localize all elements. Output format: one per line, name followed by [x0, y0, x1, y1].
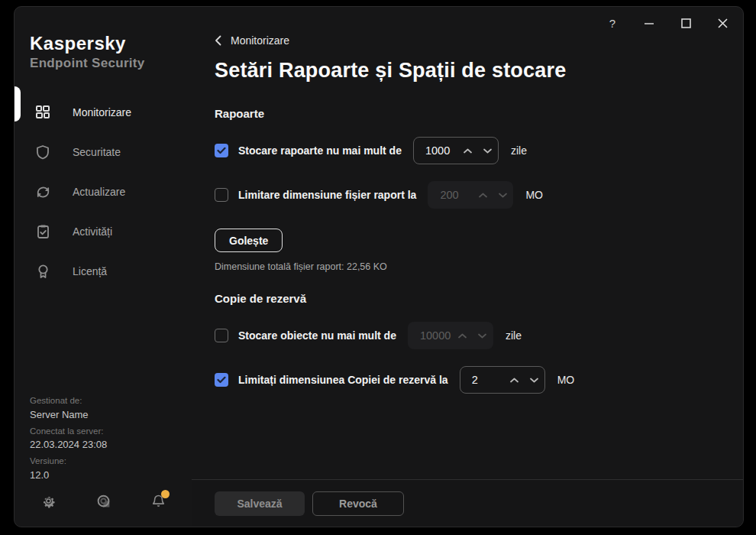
save-button[interactable]: Salvează: [215, 491, 305, 516]
spinner-backup-size: 2: [460, 366, 545, 394]
connected-value: 22.03.2024 23:08: [30, 439, 107, 449]
maximize-icon: [681, 18, 691, 28]
close-icon: [718, 18, 728, 28]
support-icon[interactable]: [95, 493, 112, 510]
managed-by-value: Server Name: [30, 410, 107, 420]
gear-icon[interactable]: [40, 493, 57, 510]
version-label: Versiune:: [30, 457, 107, 466]
spinner-up-button[interactable]: [505, 367, 525, 393]
spinner-report-days: 1000: [413, 137, 499, 164]
unit-label: zile: [511, 144, 527, 157]
grid-icon: [34, 104, 51, 121]
sidebar-nav: Monitorizare Securitate Actualizare Acti…: [15, 92, 192, 291]
sidebar-tools: [40, 493, 167, 510]
sidebar-item-actualizare[interactable]: Actualizare: [15, 172, 192, 212]
spinner-down-button: [493, 182, 512, 208]
spinner-backup-days: 10000: [408, 322, 493, 349]
setting-row-store-objects: Stocare obiecte nu mai mult de 10000 zil…: [215, 322, 720, 349]
spinner-up-button[interactable]: [458, 138, 478, 164]
checkbox-limit-backup-size[interactable]: [215, 373, 228, 387]
breadcrumb-label: Monitorizare: [231, 34, 289, 47]
section-heading-backup: Copie de rezervă: [215, 292, 720, 305]
spinner-value: 200: [428, 189, 473, 201]
main-content: Monitorizare Setări Rapoarte și Spații d…: [192, 7, 743, 527]
notification-dot: [161, 490, 170, 498]
spinner-value[interactable]: 1000: [414, 144, 458, 157]
checkbox-store-objects[interactable]: [215, 329, 228, 342]
spinner-up-button: [473, 182, 493, 208]
bell-icon[interactable]: [150, 493, 167, 510]
active-nav-indicator: [15, 86, 21, 122]
setting-label: Stocare obiecte nu mai mult de: [238, 329, 396, 342]
spinner-up-button: [453, 323, 473, 349]
sidebar-item-securitate[interactable]: Securitate: [15, 132, 192, 172]
brand: Kaspersky Endpoint Security: [15, 7, 192, 71]
setting-row-limit-backup-size: Limitați dimensiunea Copiei de rezervă l…: [215, 366, 720, 394]
unit-label: zile: [506, 329, 522, 342]
sidebar-item-label: Monitorizare: [73, 106, 131, 118]
unit-label: MO: [525, 189, 543, 201]
connected-label: Conectat la server:: [30, 427, 107, 436]
spinner-value[interactable]: 2: [460, 374, 505, 386]
setting-row-store-reports: Stocare rapoarte nu mai mult de 1000 zil…: [215, 137, 720, 164]
brand-product: Endpoint Security: [30, 56, 192, 71]
app-window: ? Kaspersky Endpoint Security Monitoriza…: [14, 6, 744, 527]
setting-label: Limitați dimensiunea Copiei de rezervă l…: [238, 374, 448, 386]
spinner-down-button[interactable]: [525, 367, 544, 393]
chevron-left-icon: [215, 35, 221, 46]
sidebar-item-licenta[interactable]: Licență: [15, 251, 192, 291]
unit-label: MO: [557, 374, 575, 386]
sidebar-item-monitorizare[interactable]: Monitorizare: [15, 92, 192, 132]
version-value: 12.0: [30, 470, 107, 480]
clear-button[interactable]: Golește: [215, 229, 283, 252]
checkmark-icon: [217, 147, 226, 154]
maximize-button[interactable]: [673, 11, 699, 34]
spinner-down-button: [473, 323, 493, 349]
window-controls: ?: [599, 11, 735, 34]
checkmark-icon: [217, 376, 226, 384]
setting-row-limit-report-size: Limitare dimensiune fișier raport la 200…: [215, 181, 720, 209]
sidebar-item-label: Activități: [73, 225, 112, 238]
total-report-size: Dimensiune totală fișier raport: 22,56 K…: [215, 261, 720, 272]
sidebar-item-label: Actualizare: [73, 186, 125, 198]
spinner-value: 10000: [409, 329, 453, 342]
breadcrumb[interactable]: Monitorizare: [215, 34, 720, 47]
section-heading-reports: Rapoarte: [215, 107, 720, 120]
server-info: Gestionat de: Server Name Conectat la se…: [30, 397, 107, 480]
minimize-icon: [644, 18, 654, 28]
setting-label: Limitare dimensiune fișier raport la: [238, 189, 416, 201]
refresh-icon: [34, 183, 51, 200]
help-button[interactable]: ?: [599, 11, 625, 34]
clipboard-check-icon: [34, 223, 51, 240]
checkbox-limit-report-size[interactable]: [215, 188, 228, 202]
setting-label: Stocare rapoarte nu mai mult de: [238, 144, 402, 157]
page-title: Setări Rapoarte și Spații de stocare: [215, 59, 720, 83]
spinner-down-button[interactable]: [478, 138, 498, 164]
checkbox-store-reports[interactable]: [215, 144, 228, 157]
minimize-button[interactable]: [636, 11, 662, 34]
shield-icon: [34, 144, 51, 160]
spinner-report-size: 200: [428, 181, 513, 209]
footer-bar: Salvează Revocă: [192, 479, 743, 527]
sidebar-item-label: Licență: [73, 265, 107, 277]
sidebar-item-label: Securitate: [73, 146, 121, 158]
sidebar-item-activitati[interactable]: Activități: [15, 212, 192, 251]
badge-icon: [34, 263, 51, 280]
sidebar: Kaspersky Endpoint Security Monitorizare…: [15, 7, 192, 527]
cancel-button[interactable]: Revocă: [312, 491, 404, 516]
managed-by-label: Gestionat de:: [30, 397, 107, 406]
brand-name: Kaspersky: [30, 33, 192, 54]
close-button[interactable]: [709, 11, 735, 34]
